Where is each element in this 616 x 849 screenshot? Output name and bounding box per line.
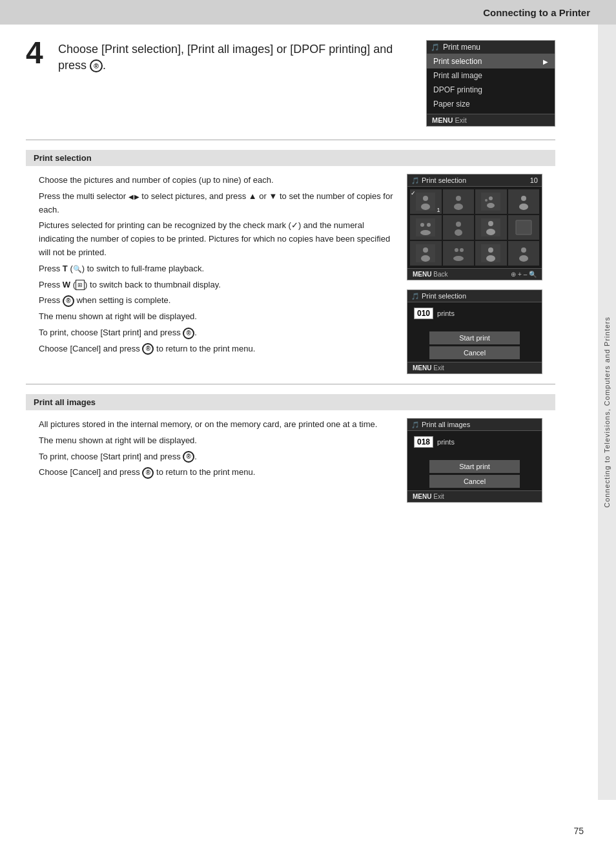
step4-container: 4 Choose [Print selection], [Print all i… xyxy=(26,37,555,127)
svg-point-12 xyxy=(519,204,528,210)
grid-cell-9 xyxy=(410,241,442,266)
psg-header-left: 🎵 Print selection xyxy=(411,176,466,184)
pca-title: Print all images xyxy=(422,421,470,428)
ok-symbol-2: ® xyxy=(183,328,194,339)
ok-symbol-3: ® xyxy=(142,343,154,355)
svg-point-27 xyxy=(421,255,430,262)
header-title: Connecting to a Printer xyxy=(483,7,590,18)
print-all-content: All pictures stored in the internal memo… xyxy=(26,418,555,503)
pcu-prints-row: 010 prints xyxy=(407,302,542,322)
pcu-cancel-btn[interactable]: Cancel xyxy=(429,346,520,359)
svg-point-37 xyxy=(519,255,528,262)
pcu-spacer-1 xyxy=(407,322,542,330)
print-selection-grid-ui: 🎵 Print selection 10 ✓ 1 xyxy=(407,174,542,280)
pca-start-print-btn[interactable]: Start print xyxy=(429,460,520,473)
thumb-9-icon xyxy=(416,244,435,262)
menu-item-dpof: DPOF printing xyxy=(427,83,555,97)
ps-para-7: The menu shown at right will be displaye… xyxy=(39,310,394,324)
svg-point-2 xyxy=(421,204,430,210)
svg-point-7 xyxy=(489,196,493,200)
svg-point-15 xyxy=(427,223,431,227)
sidebar-label: Connecting to Televisions, Computers and… xyxy=(603,317,611,508)
thumb-10-icon xyxy=(449,244,468,262)
pcu-icon: 🎵 xyxy=(411,293,419,300)
camera-menu-icon: 🎵 xyxy=(431,43,440,52)
pa-para-4: Choose [Cancel] and press ® to return to… xyxy=(39,466,394,479)
thumb-12-icon xyxy=(514,244,533,262)
thumb-7-icon xyxy=(481,218,500,236)
pca-prints-label: prints xyxy=(437,438,455,446)
svg-point-19 xyxy=(455,229,462,236)
grid-cell-5 xyxy=(410,215,442,240)
menu-item-print-all: Print all image xyxy=(427,68,555,83)
ps-para-3: Pictures selected for printing can be re… xyxy=(39,219,394,259)
print-selection-confirm-ui: 🎵 Print selection 010 prints Start print… xyxy=(407,289,542,374)
ps-para-4: Press T (🔍) to switch to full-frame play… xyxy=(39,262,394,276)
thumb-4-icon xyxy=(514,193,533,211)
ok-symbol-5: ® xyxy=(142,467,154,479)
psg-footer-back: MENU Back xyxy=(413,271,447,278)
print-all-images: 🎵 Print all images 018 prints Start prin… xyxy=(407,418,542,503)
thumb-8-icon xyxy=(514,218,533,236)
grid-cell-4 xyxy=(508,189,540,214)
pa-para-3: To print, choose [Start print] and press… xyxy=(39,450,394,464)
ok-button-symbol: ® xyxy=(90,59,103,72)
print-menu-ui: 🎵 Print menu Print selection Print all i… xyxy=(426,40,555,127)
ok-symbol-4: ® xyxy=(183,451,194,463)
ps-para-5: Press W (⊞) to switch back to thumbnail … xyxy=(39,278,394,292)
psg-grid: ✓ 1 xyxy=(407,187,542,268)
thumb-3-icon xyxy=(481,193,500,211)
svg-point-18 xyxy=(456,222,461,227)
thumb-6-icon xyxy=(449,218,468,236)
ps-para-6: Press ® when setting is complete. xyxy=(39,294,394,308)
svg-point-11 xyxy=(521,196,526,201)
divider-1 xyxy=(26,140,555,140)
step-number: 4 xyxy=(26,37,52,68)
svg-point-33 xyxy=(488,247,493,253)
cell-num-1: 1 xyxy=(436,207,440,213)
grid-cell-10 xyxy=(443,241,475,266)
grid-cell-6 xyxy=(443,215,475,240)
print-menu-header: 🎵 Print menu xyxy=(427,41,555,54)
svg-point-34 xyxy=(486,255,495,262)
right-sidebar: Connecting to Televisions, Computers and… xyxy=(598,25,616,800)
print-all-text: All pictures stored in the internal memo… xyxy=(39,418,394,503)
svg-point-1 xyxy=(423,196,428,201)
ok-symbol-1: ® xyxy=(63,295,74,307)
svg-point-9 xyxy=(485,199,488,202)
thumb-2-icon xyxy=(449,193,468,211)
svg-point-21 xyxy=(488,221,493,226)
pcu-start-print-btn[interactable]: Start print xyxy=(429,331,520,344)
page-number: 75 xyxy=(573,826,584,836)
print-selection-text: Choose the pictures and number of copies… xyxy=(39,174,394,374)
pca-cancel-btn[interactable]: Cancel xyxy=(429,475,520,488)
pca-icon: 🎵 xyxy=(411,421,419,428)
psg-footer-controls: ⊕ + – 🔍 xyxy=(511,271,537,278)
grid-cell-1: ✓ 1 xyxy=(410,189,442,214)
pca-spacer xyxy=(407,450,542,458)
grid-cell-8 xyxy=(508,215,540,240)
pcu-footer-menu: MENU xyxy=(413,364,431,372)
ps-para-9: Choose [Cancel] and press ® to return to… xyxy=(39,342,394,356)
step4-text: Choose [Print selection], [Print all ima… xyxy=(58,37,413,74)
pa-para-2: The menu shown at right will be displaye… xyxy=(39,434,394,448)
pcu-buttons: Start print Cancel xyxy=(407,331,542,359)
grid-cell-11 xyxy=(475,241,507,266)
pcu-prints-label: prints xyxy=(437,309,455,317)
pca-header: 🎵 Print all images xyxy=(407,419,542,431)
pca-footer-menu: MENU xyxy=(413,493,431,500)
svg-point-22 xyxy=(486,229,495,235)
psg-footer: MENU Back ⊕ + – 🔍 xyxy=(407,268,542,280)
thumb-5-icon xyxy=(416,218,435,236)
print-all-header: Print all images xyxy=(26,394,555,410)
ps-para-2: Press the multi selector ◀▶ to select pi… xyxy=(39,190,394,217)
pcu-prints-value: 010 xyxy=(414,308,433,319)
step4-left: 4 Choose [Print selection], [Print all i… xyxy=(26,37,413,74)
print-selection-header: Print selection xyxy=(26,150,555,166)
psg-icon: 🎵 xyxy=(411,177,419,184)
print-selection-content: Choose the pictures and number of copies… xyxy=(26,174,555,374)
main-content: 4 Choose [Print selection], [Print all i… xyxy=(0,25,581,522)
grid-cell-12 xyxy=(508,241,540,266)
print-all-confirm-ui: 🎵 Print all images 018 prints Start prin… xyxy=(407,418,542,503)
pcu-title: Print selection xyxy=(422,292,466,300)
